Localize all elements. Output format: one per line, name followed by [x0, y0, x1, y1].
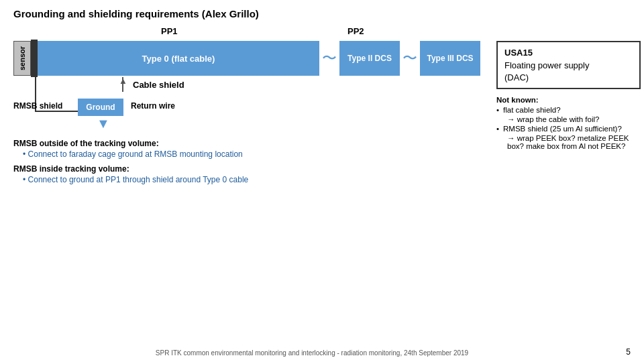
usa-title: USA15 [504, 48, 633, 58]
rmsb-outside-title: RMSB outside of the tracking volume: [13, 139, 490, 148]
page-title: Grounding and shielding requirements (Al… [0, 0, 644, 23]
rmsb-outside-section: RMSB outside of the tracking volume: • C… [13, 139, 490, 159]
pp2-label: PP2 [347, 26, 364, 36]
page-number: 5 [626, 347, 631, 357]
cable-bar: Type 0 (flat cable) [38, 41, 319, 76]
not-known-item-1-text: flat cable shield? [503, 106, 561, 114]
type2-box: Type II DCS [339, 41, 400, 76]
not-known-item-2: → wrap the cable with foil? [507, 115, 641, 123]
not-known-title: Not known: [496, 96, 641, 104]
type3-box: Type III DCS [420, 41, 480, 76]
rmsb-inside-bullet: • Connect to ground at PP1 through shiel… [23, 175, 490, 184]
rmsb-inside-section: RMSB inside tracking volume: • Connect t… [13, 164, 490, 184]
footer-text: SPR ITK common environmental monitoring … [0, 349, 624, 357]
squiggle1: 〜 [319, 41, 339, 76]
floating-ps-line1: Floating power supply [504, 59, 633, 72]
not-known-item-4: → wrap PEEK box? metalize PEEK box? make… [507, 134, 641, 150]
return-wire-label: Return wire [131, 101, 175, 111]
ground-down-arrow: ▼ [97, 116, 110, 131]
left-connector [31, 40, 38, 77]
rmsb-shield-label: RMSB shield [13, 101, 62, 111]
not-known-box: Not known: • flat cable shield? → wrap t… [496, 96, 641, 152]
not-known-arrow-1: → wrap the cable with foil? [507, 115, 599, 123]
rmsb-outside-bullet: • Connect to faraday cage ground at RMSB… [23, 149, 490, 159]
ground-box: Ground [78, 99, 123, 116]
pp1-label: PP1 [161, 26, 178, 36]
sensor-box: sensor [13, 41, 31, 76]
rmsb-inside-title: RMSB inside tracking volume: [13, 164, 490, 174]
cable-shield-label: Cable shield [133, 80, 184, 90]
sensor-label: sensor [18, 46, 26, 70]
not-known-item-3-text: RMSB shield (25 um Al sufficient)? [503, 125, 622, 133]
floating-ps-line2: (DAC) [504, 72, 633, 82]
not-known-arrow-2: → wrap PEEK box? metalize PEEK box? make… [507, 134, 629, 150]
not-known-item-1: • flat cable shield? [503, 106, 641, 114]
info-box: USA15 Floating power supply (DAC) [496, 41, 641, 89]
cable-shield-arrowhead: ▲ [119, 76, 127, 86]
not-known-item-3: • RMSB shield (25 um Al sufficient)? [503, 125, 641, 133]
squiggle2: 〜 [400, 41, 420, 76]
